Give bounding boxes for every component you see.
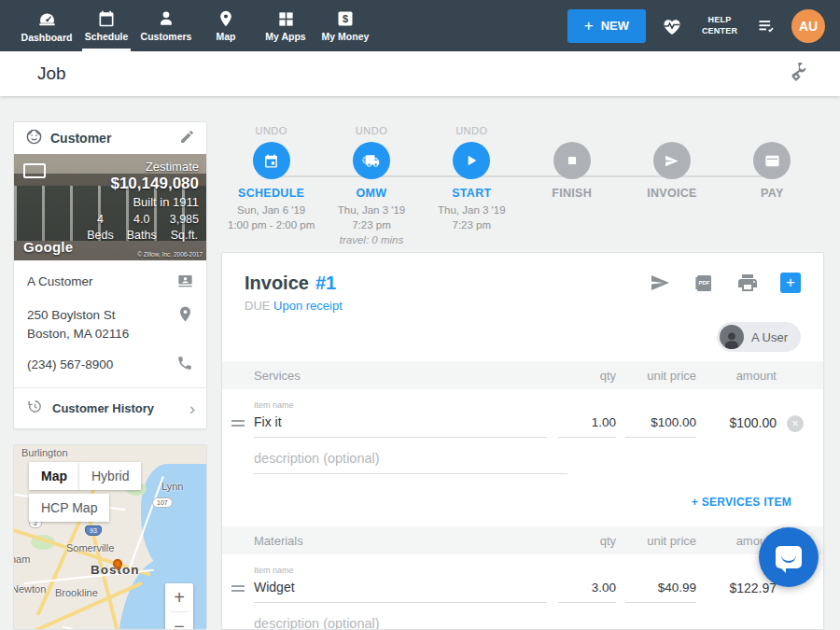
hybrid-view-button[interactable]: Hybrid bbox=[79, 462, 141, 490]
materials-section: Materials qty unit price amount Item nam… bbox=[222, 526, 823, 630]
omw-step-button[interactable] bbox=[353, 142, 390, 179]
page-title: Job bbox=[37, 63, 66, 84]
nav-item-customers[interactable]: Customers bbox=[136, 0, 196, 51]
pdf-icon[interactable]: PDF bbox=[693, 272, 715, 294]
step-label: INVOICE bbox=[622, 187, 721, 200]
person-icon bbox=[157, 9, 175, 28]
line-amount: $100.00 bbox=[706, 415, 777, 438]
invoice-card: Invoice #1 PDF + DUE Upon receipt bbox=[221, 252, 824, 630]
qty-input[interactable]: 1.00 bbox=[558, 415, 616, 438]
sidebar: Customer Zestimate $10,149,080 Built in … bbox=[13, 121, 207, 630]
stat-beds: 4Beds bbox=[87, 212, 114, 244]
finish-step-button[interactable] bbox=[553, 142, 591, 179]
stat-baths: 4.0Baths bbox=[127, 212, 157, 244]
pay-step-button[interactable] bbox=[753, 142, 791, 179]
drag-handle[interactable] bbox=[222, 420, 254, 438]
zoom-out-button[interactable]: − bbox=[165, 612, 193, 630]
map-view-button[interactable]: Map bbox=[29, 462, 79, 490]
send-icon bbox=[664, 153, 679, 169]
invoice-actions: PDF + bbox=[649, 272, 801, 294]
user-silhouette-icon bbox=[720, 325, 744, 349]
step-label: OMW bbox=[321, 187, 421, 200]
drag-handle[interactable] bbox=[222, 585, 254, 603]
item-name-input[interactable]: Fix it bbox=[254, 414, 547, 438]
undo-link[interactable]: UNDO bbox=[221, 125, 321, 140]
qty-input[interactable]: 3.00 bbox=[558, 581, 616, 603]
customer-card-title: Customer bbox=[50, 131, 172, 146]
job-settings-icon[interactable] bbox=[790, 61, 812, 87]
customer-phone: (234) 567-8900 bbox=[27, 355, 175, 374]
unit-price-input[interactable]: $40.99 bbox=[625, 581, 696, 603]
undo-link[interactable]: UNDO bbox=[422, 125, 522, 140]
item-name-input[interactable]: Widget bbox=[254, 580, 547, 603]
new-button[interactable]: + NEW bbox=[567, 9, 646, 43]
description-input[interactable]: description (optional) bbox=[254, 451, 567, 474]
hcp-map-button[interactable]: HCP Map bbox=[29, 494, 109, 522]
send-invoice-icon[interactable] bbox=[649, 272, 671, 294]
zestimate-label: Zestimate bbox=[87, 160, 199, 174]
undo-link[interactable]: UNDO bbox=[321, 125, 421, 140]
map-card[interactable]: Burlington Lynn 107 2 93 Somerville ham … bbox=[13, 444, 207, 630]
chat-bubble-icon bbox=[776, 546, 802, 568]
invoice-step-button[interactable] bbox=[653, 142, 691, 179]
play-icon bbox=[464, 153, 479, 168]
nav-item-dashboard[interactable]: Dashboard bbox=[17, 0, 77, 51]
customer-contact-rows: A Customer 250 Boylston StBoston, MA 021… bbox=[14, 260, 206, 375]
due-label: DUE bbox=[245, 299, 270, 313]
svg-text:$: $ bbox=[343, 13, 348, 24]
customer-address: 250 Boylston StBoston, MA 02116 bbox=[27, 305, 175, 343]
customer-card-header: Customer bbox=[14, 122, 206, 154]
step-label: PAY bbox=[722, 187, 822, 200]
service-description-row: description (optional) bbox=[222, 438, 823, 478]
services-section-header: Services qty unit price amount bbox=[222, 361, 823, 389]
schedule-step-button[interactable] bbox=[253, 142, 290, 179]
section-name: Services bbox=[254, 369, 558, 383]
contact-card-icon[interactable] bbox=[175, 272, 195, 293]
nav-label: Customers bbox=[141, 31, 192, 42]
item-name-label: Item name bbox=[254, 566, 547, 575]
i93-shield: 93 bbox=[85, 525, 102, 536]
start-step-button[interactable] bbox=[453, 142, 490, 179]
svg-text:PDF: PDF bbox=[699, 280, 710, 286]
google-logo: Google bbox=[23, 239, 73, 255]
timeline-step-invoice: INVOICE bbox=[622, 125, 721, 247]
health-heart-icon[interactable] bbox=[660, 15, 684, 37]
property-photo[interactable]: Zestimate $10,149,080 Built in 1911 4Bed… bbox=[14, 154, 206, 260]
add-services-item-link[interactable]: + SERVICES ITEM bbox=[692, 496, 791, 509]
customer-history-row[interactable]: Customer History › bbox=[14, 387, 206, 428]
nav-label: Schedule bbox=[85, 31, 129, 42]
help-center-link[interactable]: HELP CENTER bbox=[698, 15, 741, 36]
content-area: Customer Zestimate $10,149,080 Built in … bbox=[0, 96, 840, 630]
nav-item-schedule[interactable]: Schedule bbox=[77, 0, 136, 51]
add-invoice-button[interactable]: + bbox=[780, 273, 801, 293]
timeline-step-omw: UNDO OMW Thu, Jan 3 '197:23 pmtravel: 0 … bbox=[321, 125, 421, 247]
due-terms-link[interactable]: Upon receipt bbox=[273, 299, 343, 313]
checklist-icon[interactable] bbox=[755, 17, 777, 35]
unit-price-input[interactable]: $100.00 bbox=[625, 415, 696, 438]
streetview-frame-icon[interactable] bbox=[23, 163, 46, 178]
print-icon[interactable] bbox=[736, 272, 759, 294]
money-icon: $ bbox=[336, 9, 355, 28]
chat-widget-button[interactable] bbox=[759, 527, 819, 587]
customer-name: A Customer bbox=[27, 272, 175, 291]
chevron-right-icon: › bbox=[189, 400, 195, 417]
property-stats: 4Beds 4.0Baths 3,985Sq.ft. bbox=[87, 212, 199, 244]
nav-label: My Money bbox=[322, 31, 370, 42]
user-avatar[interactable]: AU bbox=[791, 9, 825, 43]
nav-item-map[interactable]: Map bbox=[196, 0, 256, 51]
assigned-user-pill[interactable]: A User bbox=[717, 322, 801, 352]
step-label: START bbox=[422, 187, 522, 200]
assigned-user-name: A User bbox=[751, 330, 788, 344]
delete-item-button[interactable]: × bbox=[787, 415, 804, 432]
step-label: SCHEDULE bbox=[221, 187, 321, 200]
phone-icon[interactable] bbox=[175, 355, 195, 375]
location-pin-icon[interactable] bbox=[175, 305, 195, 327]
map-label-waltham: ham bbox=[13, 553, 30, 565]
zoom-in-button[interactable]: + bbox=[165, 583, 193, 611]
description-input[interactable]: description (optional) bbox=[254, 616, 567, 630]
nav-item-my-apps[interactable]: My Apps bbox=[256, 0, 315, 51]
nav-item-my-money[interactable]: $ My Money bbox=[315, 0, 375, 51]
zestimate-value: $10,149,080 bbox=[87, 175, 199, 193]
edit-pencil-icon[interactable] bbox=[179, 129, 195, 148]
customer-address-row: 250 Boylston StBoston, MA 02116 bbox=[27, 305, 195, 343]
